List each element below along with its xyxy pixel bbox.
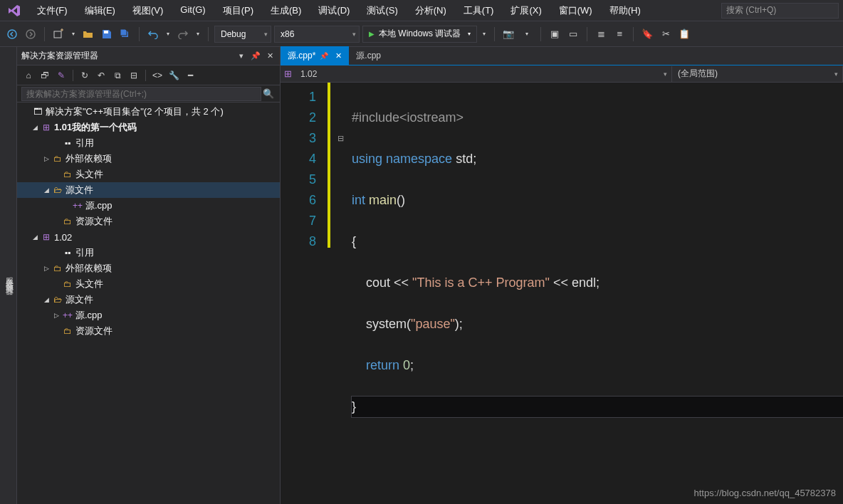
close-icon[interactable]: ✕ xyxy=(264,51,276,62)
pin-icon[interactable]: 📌 xyxy=(320,52,328,60)
home-icon[interactable]: ⌂ xyxy=(21,68,36,83)
menu-debug[interactable]: 调试(D) xyxy=(311,1,357,20)
undo-button[interactable] xyxy=(145,26,161,42)
svg-point-0 xyxy=(8,30,16,38)
chevron-down-icon[interactable]: ▾ xyxy=(480,26,488,42)
save-button[interactable] xyxy=(99,26,115,42)
chevron-down-icon[interactable]: ▾ xyxy=(69,26,78,42)
tree-project-2[interactable]: ◢⊞1.02 xyxy=(17,229,280,245)
filter-icon[interactable]: ━ xyxy=(183,68,197,83)
nav-back-button[interactable] xyxy=(4,26,20,42)
tree-headers[interactable]: 🗀头文件 xyxy=(17,276,280,292)
dropdown-icon[interactable]: ▾ xyxy=(236,51,247,62)
tree-refs[interactable]: ▪▪引用 xyxy=(17,135,280,151)
side-rail: 服务器资源管理器 工具箱 xyxy=(0,47,17,504)
toolbar-icon[interactable]: ▣ xyxy=(547,26,562,42)
tree-sources[interactable]: ◢🗁源文件 xyxy=(17,182,280,198)
explorer-search: 🔍 xyxy=(17,85,280,103)
toolbar-icon[interactable]: ▾ xyxy=(519,26,535,42)
watermark: https://blog.csdn.net/qq_45782378 xyxy=(694,488,837,498)
tree-ext-deps[interactable]: ▷🗀外部依赖项 xyxy=(17,151,280,167)
wrench-icon[interactable]: 🔧 xyxy=(167,68,181,83)
tree-refs[interactable]: ▪▪引用 xyxy=(17,245,280,261)
rail-server-explorer[interactable]: 服务器资源管理器 xyxy=(3,50,16,504)
rail-toolbox[interactable]: 工具箱 xyxy=(0,50,3,504)
explorer-search-input[interactable] xyxy=(21,87,261,101)
svg-rect-2 xyxy=(54,31,61,38)
toolbar-icon[interactable]: ✂ xyxy=(658,26,674,42)
pen-icon[interactable]: ✎ xyxy=(54,68,68,83)
tab-bar: 源.cpp*📌✕ 源.cpp xyxy=(281,47,843,65)
code-content[interactable]: #include<iostream> using namespace std; … xyxy=(346,83,843,504)
save-all-button[interactable] xyxy=(117,26,133,42)
code-editor[interactable]: 12345678 ⊟ #include<iostream> using name… xyxy=(281,83,843,504)
editor-pane: 源.cpp*📌✕ 源.cpp ⊞ 1.02 (全局范围) 12345678 ⊟ … xyxy=(281,47,843,504)
nav-fwd-button[interactable] xyxy=(23,26,38,42)
tree-ext-deps[interactable]: ▷🗀外部依赖项 xyxy=(17,261,280,276)
chevron-down-icon[interactable]: ▾ xyxy=(194,26,202,42)
tree-sources[interactable]: ◢🗁源文件 xyxy=(17,292,280,308)
menu-build[interactable]: 生成(B) xyxy=(263,1,308,20)
toolbar-icon[interactable]: ▭ xyxy=(565,26,581,42)
standard-toolbar: ▾ ▾ ▾ Debug x86 ▶本地 Windows 调试器▾ ▾ 📷 ▾ ▣… xyxy=(0,21,843,47)
menu-file[interactable]: 文件(F) xyxy=(30,1,75,20)
fold-margin[interactable]: ⊟ xyxy=(335,83,346,504)
chevron-down-icon[interactable]: ▾ xyxy=(164,26,172,42)
tree-project-1[interactable]: ◢⊞1.01我的第一个代码 xyxy=(17,120,280,135)
sync-icon[interactable]: 🗗 xyxy=(38,68,52,83)
code-icon[interactable]: <> xyxy=(150,68,164,83)
main-menu: 文件(F) 编辑(E) 视图(V) Git(G) 项目(P) 生成(B) 调试(… xyxy=(30,1,648,20)
cpp-icon: ++ xyxy=(61,310,74,320)
folder-icon: 🗀 xyxy=(61,216,74,226)
menu-edit[interactable]: 编辑(E) xyxy=(78,1,122,20)
menu-test[interactable]: 测试(S) xyxy=(360,1,404,20)
change-margin xyxy=(325,83,335,504)
config-dropdown[interactable]: Debug xyxy=(214,26,271,43)
project-icon: ⊞ xyxy=(40,232,53,242)
nav-scope-dropdown[interactable]: 1.02 xyxy=(295,66,672,82)
tree-resources[interactable]: 🗀资源文件 xyxy=(17,323,280,339)
pin-icon[interactable]: 📌 xyxy=(250,51,261,62)
tree-source-file[interactable]: ++源.cpp xyxy=(17,198,280,214)
tab-active[interactable]: 源.cpp*📌✕ xyxy=(281,46,349,65)
refs-icon: ▪▪ xyxy=(61,138,74,148)
nav-member-dropdown[interactable]: (全局范围) xyxy=(672,66,843,82)
toolbar-icon[interactable]: 📋 xyxy=(676,26,692,42)
refs-icon: ▪▪ xyxy=(61,248,74,258)
menu-window[interactable]: 窗口(W) xyxy=(552,1,599,20)
nav-bar: ⊞ 1.02 (全局范围) xyxy=(281,65,843,83)
new-project-button[interactable] xyxy=(51,26,66,42)
svg-rect-3 xyxy=(104,31,108,33)
collapse-icon[interactable]: ⊟ xyxy=(127,68,141,83)
menu-git[interactable]: Git(G) xyxy=(173,1,212,20)
menu-help[interactable]: 帮助(H) xyxy=(602,1,648,20)
folder-open-icon: 🗁 xyxy=(51,185,64,195)
redo-button[interactable] xyxy=(175,26,191,42)
menu-tools[interactable]: 工具(T) xyxy=(456,1,501,20)
platform-dropdown[interactable]: x86 xyxy=(274,26,360,43)
menu-project[interactable]: 项目(P) xyxy=(216,1,261,20)
start-debug-button[interactable]: ▶本地 Windows 调试器▾ xyxy=(362,26,477,43)
tree-source-file[interactable]: ▷++源.cpp xyxy=(17,308,280,323)
toolbar-icon[interactable]: ≡ xyxy=(612,26,627,42)
tree-headers[interactable]: 🗀头文件 xyxy=(17,167,280,182)
toolbar-icon[interactable]: 📷 xyxy=(501,26,516,42)
back-icon[interactable]: ↶ xyxy=(94,68,108,83)
refresh-icon[interactable]: ↻ xyxy=(78,68,92,83)
title-bar: 文件(F) 编辑(E) 视图(V) Git(G) 项目(P) 生成(B) 调试(… xyxy=(0,0,843,21)
menu-view[interactable]: 视图(V) xyxy=(125,1,170,20)
global-search-input[interactable]: 搜索 (Ctrl+Q) xyxy=(721,3,839,19)
toolbar-icon[interactable]: ≣ xyxy=(593,26,609,42)
tab-inactive[interactable]: 源.cpp xyxy=(349,46,388,65)
menu-analyze[interactable]: 分析(N) xyxy=(408,1,454,20)
panel-header: 解决方案资源管理器 ▾ 📌 ✕ xyxy=(17,47,280,65)
copy-icon[interactable]: ⧉ xyxy=(110,68,125,83)
open-button[interactable] xyxy=(80,26,96,42)
tree-solution[interactable]: 🗔解决方案"C++项目集合"(2 个项目，共 2 个) xyxy=(17,104,280,120)
menu-extensions[interactable]: 扩展(X) xyxy=(503,1,548,20)
tree-resources[interactable]: 🗀资源文件 xyxy=(17,214,280,229)
close-icon[interactable]: ✕ xyxy=(335,51,342,61)
search-icon[interactable]: 🔍 xyxy=(261,88,276,99)
project-icon: ⊞ xyxy=(40,122,53,132)
bookmark-icon[interactable]: 🔖 xyxy=(639,26,655,42)
